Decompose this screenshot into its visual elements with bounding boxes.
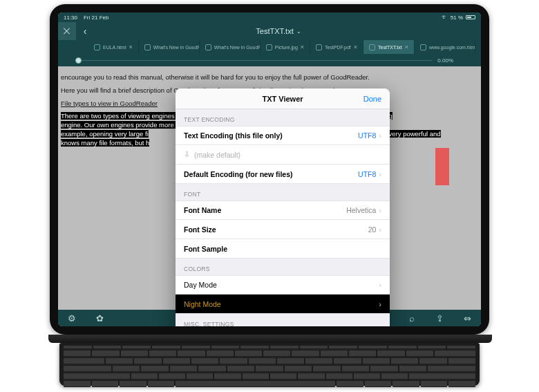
group-font: FONT (176, 184, 390, 200)
slider-knob[interactable] (75, 57, 82, 64)
document-title: TestTXT.txt (256, 27, 293, 35)
pin-icon: ⇩ (184, 150, 190, 159)
gear-icon: ✿ (96, 313, 104, 324)
status-time: 11:30 (64, 15, 77, 21)
settings-button[interactable]: ✿ (86, 313, 113, 324)
file-icon (144, 44, 151, 50)
chevron-right-icon: › (379, 131, 381, 140)
battery-percent: 51 % (451, 15, 463, 21)
screen: 11:30 Fri 21 Feb ᯤ 51 % ‹ TestTXT.txt ⌄ … (58, 12, 481, 326)
chevron-right-icon: › (379, 225, 381, 234)
group-colors: COLORS (176, 259, 390, 275)
row-make-default[interactable]: ⇩ (make default) (176, 145, 390, 165)
tab-whatsnew-1[interactable]: What's New in GoodRea…× (139, 40, 200, 54)
row-night-mode[interactable]: Night Mode › (176, 295, 390, 314)
tab-whatsnew-2[interactable]: What's New in GoodRea…× (200, 40, 261, 54)
back-button[interactable]: ‹ (76, 26, 94, 37)
wifi-icon: ᯤ (442, 14, 448, 21)
group-text-encoding: TEXT ENCODING (176, 109, 390, 126)
close-icon[interactable]: × (129, 44, 132, 50)
tab-eula[interactable]: EULA.html× (88, 40, 139, 54)
row-font-sample: Font Sample (176, 239, 390, 259)
row-day-mode[interactable]: Day Mode › (176, 275, 390, 295)
chevron-right-icon: › (379, 281, 381, 289)
chevron-down-icon: ⌄ (296, 28, 301, 35)
share-icon: ⇪ (436, 313, 444, 324)
tab-strip: EULA.html× What's New in GoodRea…× What'… (58, 40, 481, 54)
tab-testpdf[interactable]: TestPDF.pdf× (310, 40, 363, 54)
tab-google[interactable]: www.google.com.html× (415, 40, 475, 54)
txt-viewer-popover: TXT Viewer Done TEXT ENCODING Text Encod… (176, 88, 390, 326)
file-icon (316, 44, 322, 50)
chevron-right-icon: › (379, 170, 381, 178)
selected-text: example, opening very large fi (61, 130, 149, 138)
share-button[interactable]: ⇪ (426, 313, 453, 324)
top-nav: ‹ TestTXT.txt ⌄ (58, 22, 481, 40)
popover-header: TXT Viewer Done (176, 88, 390, 109)
close-button[interactable] (58, 22, 76, 40)
status-bar: 11:30 Fri 21 Feb ᯤ 51 % (58, 12, 481, 22)
row-font-size[interactable]: Font Size 20 › (176, 220, 390, 239)
highlight-marker (435, 148, 449, 185)
physical-keyboard (59, 343, 480, 386)
ipad-frame: 11:30 Fri 21 Feb ᯤ 51 % ‹ TestTXT.txt ⌄ … (50, 4, 489, 335)
keyboard-hinge (48, 335, 492, 343)
gear-link-icon: ⚙ (68, 313, 76, 324)
search-icon: ⌕ (409, 313, 415, 324)
close-icon (64, 28, 70, 35)
arrows-icon: ⇔ (464, 313, 471, 324)
close-icon[interactable]: × (301, 44, 304, 50)
file-icon (266, 44, 272, 50)
row-text-encoding-this-file[interactable]: Text Encoding (this file only) UTF8 › (176, 126, 390, 145)
layout-button[interactable]: ⇔ (453, 313, 481, 324)
done-button[interactable]: Done (363, 95, 381, 103)
battery-icon (466, 15, 475, 19)
tab-testtxt[interactable]: TestTXT.txt× (363, 40, 415, 54)
progress-slider[interactable] (75, 60, 432, 61)
row-default-encoding[interactable]: Default Encoding (for new files) UTF8 › (176, 165, 390, 184)
search-button[interactable]: ⌕ (398, 313, 426, 324)
popover-body[interactable]: TEXT ENCODING Text Encoding (this file o… (176, 109, 390, 326)
row-font-name[interactable]: Font Name Helvetica › (176, 200, 390, 220)
tools-button[interactable]: ⚙ (58, 313, 86, 324)
file-icon (205, 44, 211, 50)
group-misc: MISC. SETTINGS (176, 314, 390, 326)
progress-percent: 0.00% (437, 57, 453, 64)
progress-slider-bar: 0.00% (58, 54, 481, 66)
paragraph: encourage you to read this manual, other… (61, 73, 478, 82)
chevron-right-icon: › (379, 300, 381, 308)
file-icon (369, 44, 375, 50)
document-title-button[interactable]: TestTXT.txt ⌄ (94, 27, 463, 35)
close-icon[interactable]: × (405, 44, 408, 50)
file-icon (94, 44, 100, 50)
close-icon[interactable]: × (354, 44, 357, 50)
selected-text: knows many file formats, but h (61, 139, 149, 147)
popover-title: TXT Viewer (176, 95, 390, 103)
file-icon (420, 44, 426, 50)
tab-picture[interactable]: Picture.jpg× (261, 40, 310, 54)
status-date: Fri 21 Feb (84, 15, 108, 21)
chevron-right-icon: › (379, 206, 381, 214)
